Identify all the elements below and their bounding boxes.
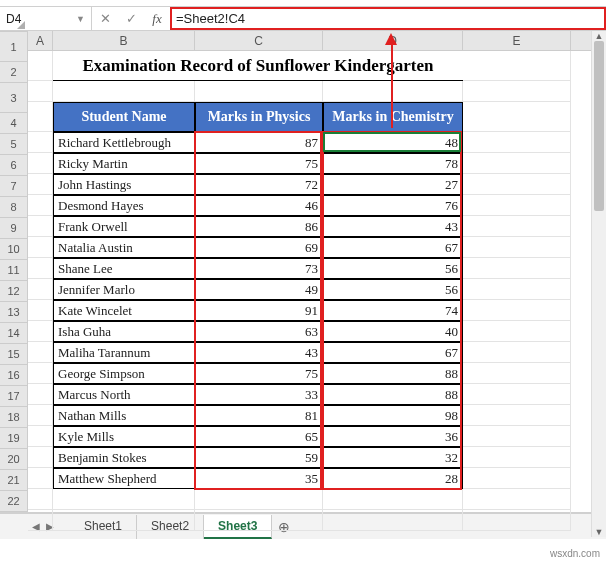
cell-A1[interactable] — [28, 51, 53, 81]
physics-row11[interactable]: 49 — [195, 279, 323, 300]
cell-E2[interactable] — [463, 81, 571, 102]
chemistry-row6[interactable]: 27 — [323, 174, 463, 195]
student-name-row8[interactable]: Frank Orwell — [53, 216, 195, 237]
formula-input[interactable]: =Sheet2!C4 — [170, 7, 606, 30]
physics-row19[interactable]: 59 — [195, 447, 323, 468]
vertical-scrollbar[interactable]: ▲ ▼ — [591, 31, 606, 537]
row-header-16[interactable]: 16 — [0, 365, 28, 386]
row-header-4[interactable]: 4 — [0, 113, 28, 134]
cell-A5[interactable] — [28, 153, 53, 174]
chemistry-row15[interactable]: 88 — [323, 363, 463, 384]
row-header-15[interactable]: 15 — [0, 344, 28, 365]
column-header-A[interactable]: A — [28, 31, 53, 50]
physics-row10[interactable]: 73 — [195, 258, 323, 279]
cell-E4[interactable] — [463, 132, 571, 153]
cell-A22[interactable] — [28, 510, 53, 531]
row-header-21[interactable]: 21 — [0, 470, 28, 491]
row-header-5[interactable]: 5 — [0, 134, 28, 155]
cell-A7[interactable] — [28, 195, 53, 216]
cell-A6[interactable] — [28, 174, 53, 195]
cell-E15[interactable] — [463, 363, 571, 384]
cell-E16[interactable] — [463, 384, 571, 405]
student-name-row7[interactable]: Desmond Hayes — [53, 195, 195, 216]
physics-row16[interactable]: 33 — [195, 384, 323, 405]
student-name-row9[interactable]: Natalia Austin — [53, 237, 195, 258]
student-name-row19[interactable]: Benjamin Stokes — [53, 447, 195, 468]
row-header-22[interactable]: 22 — [0, 491, 28, 512]
name-box-dropdown-icon[interactable]: ▼ — [76, 14, 85, 24]
chemistry-row8[interactable]: 43 — [323, 216, 463, 237]
chemistry-row20[interactable]: 28 — [323, 468, 463, 489]
cell-E8[interactable] — [463, 216, 571, 237]
cancel-formula-icon[interactable]: ✕ — [92, 7, 118, 30]
physics-row4[interactable]: 87 — [195, 132, 323, 153]
cell-E10[interactable] — [463, 258, 571, 279]
physics-row18[interactable]: 65 — [195, 426, 323, 447]
cell-E12[interactable] — [463, 300, 571, 321]
cell-A13[interactable] — [28, 321, 53, 342]
row-header-19[interactable]: 19 — [0, 428, 28, 449]
row-header-6[interactable]: 6 — [0, 155, 28, 176]
physics-row7[interactable]: 46 — [195, 195, 323, 216]
physics-row15[interactable]: 75 — [195, 363, 323, 384]
cell-A2[interactable] — [28, 81, 53, 102]
name-box[interactable]: D4 ▼ — [0, 7, 92, 30]
column-header-B[interactable]: B — [53, 31, 195, 50]
student-name-row18[interactable]: Kyle Mills — [53, 426, 195, 447]
cell-A4[interactable] — [28, 132, 53, 153]
chemistry-row18[interactable]: 36 — [323, 426, 463, 447]
cell-A9[interactable] — [28, 237, 53, 258]
cell-B21[interactable] — [53, 489, 195, 510]
row-header-17[interactable]: 17 — [0, 386, 28, 407]
physics-row20[interactable]: 35 — [195, 468, 323, 489]
header-physics[interactable]: Marks in Physics — [195, 102, 323, 132]
chemistry-row14[interactable]: 67 — [323, 342, 463, 363]
row-header-9[interactable]: 9 — [0, 218, 28, 239]
row-header-1[interactable]: 1 — [0, 32, 28, 62]
student-name-row14[interactable]: Maliha Tarannum — [53, 342, 195, 363]
physics-row8[interactable]: 86 — [195, 216, 323, 237]
cell-A12[interactable] — [28, 300, 53, 321]
cell-E13[interactable] — [463, 321, 571, 342]
cell-E11[interactable] — [463, 279, 571, 300]
cell-E22[interactable] — [463, 510, 571, 531]
cell-E7[interactable] — [463, 195, 571, 216]
cell-E19[interactable] — [463, 447, 571, 468]
row-header-8[interactable]: 8 — [0, 197, 28, 218]
cell-A19[interactable] — [28, 447, 53, 468]
chemistry-row19[interactable]: 32 — [323, 447, 463, 468]
chemistry-row13[interactable]: 40 — [323, 321, 463, 342]
cell-A20[interactable] — [28, 468, 53, 489]
cell-C22[interactable] — [195, 510, 323, 531]
scroll-down-icon[interactable]: ▼ — [592, 527, 606, 537]
cell-A8[interactable] — [28, 216, 53, 237]
student-name-row15[interactable]: George Simpson — [53, 363, 195, 384]
chemistry-row16[interactable]: 88 — [323, 384, 463, 405]
row-header-7[interactable]: 7 — [0, 176, 28, 197]
cell-E18[interactable] — [463, 426, 571, 447]
student-name-row6[interactable]: John Hastings — [53, 174, 195, 195]
scroll-up-icon[interactable]: ▲ — [592, 31, 606, 41]
header-name[interactable]: Student Name — [53, 102, 195, 132]
row-header-10[interactable]: 10 — [0, 239, 28, 260]
cell-A15[interactable] — [28, 363, 53, 384]
cell-D22[interactable] — [323, 510, 463, 531]
cell-E20[interactable] — [463, 468, 571, 489]
cell-A10[interactable] — [28, 258, 53, 279]
student-name-row10[interactable]: Shane Lee — [53, 258, 195, 279]
chemistry-row5[interactable]: 78 — [323, 153, 463, 174]
cell-A3[interactable] — [28, 102, 53, 132]
cell-B22[interactable] — [53, 510, 195, 531]
chemistry-row11[interactable]: 56 — [323, 279, 463, 300]
chemistry-row9[interactable]: 67 — [323, 237, 463, 258]
student-name-row20[interactable]: Matthew Shepherd — [53, 468, 195, 489]
cell-E9[interactable] — [463, 237, 571, 258]
cell-B2[interactable] — [53, 81, 195, 102]
physics-row5[interactable]: 75 — [195, 153, 323, 174]
row-header-20[interactable]: 20 — [0, 449, 28, 470]
row-header-18[interactable]: 18 — [0, 407, 28, 428]
student-name-row17[interactable]: Nathan Mills — [53, 405, 195, 426]
cell-E3[interactable] — [463, 102, 571, 132]
scroll-thumb[interactable] — [594, 41, 604, 211]
cell-E6[interactable] — [463, 174, 571, 195]
